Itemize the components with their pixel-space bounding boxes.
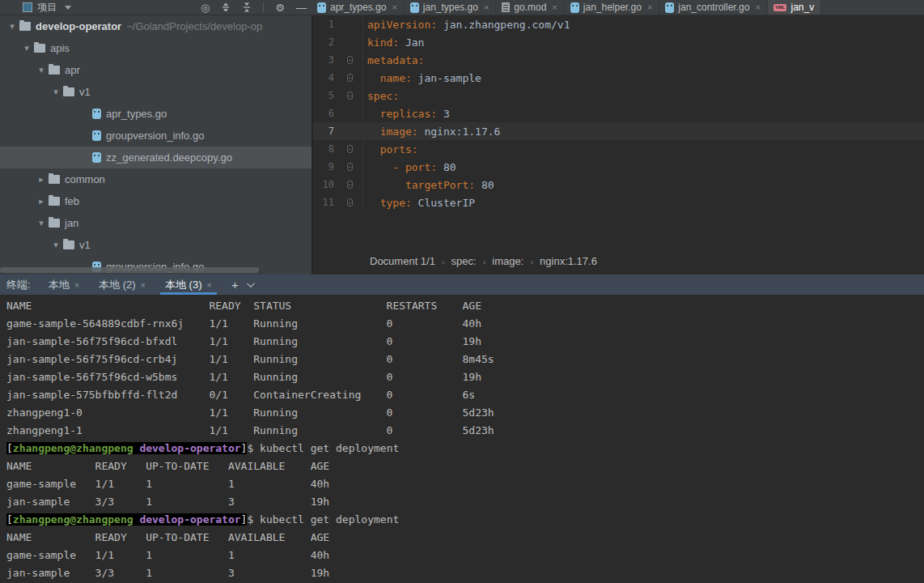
- fold-marker-icon[interactable]: [347, 91, 353, 100]
- breadcrumb-image[interactable]: image:: [492, 255, 523, 267]
- breadcrumb-separator-icon: ›: [442, 257, 445, 266]
- tree-item-apis[interactable]: ▾ apis: [0, 37, 312, 59]
- expand-all-icon[interactable]: [221, 2, 231, 12]
- fold-marker-icon[interactable]: [347, 56, 353, 64]
- project-tool-window-icon: [23, 2, 32, 12]
- terminal-line: game-sample-564889cdbf-rnx6j 1/1 Running…: [6, 315, 924, 333]
- tab-jan-yaml-active[interactable]: YML jan_v: [768, 0, 821, 15]
- folder-icon: [63, 240, 74, 249]
- go-file-icon: [317, 2, 326, 13]
- chevron-down-icon[interactable]: ▾: [19, 43, 34, 53]
- prompt-command: kubectl get deployment: [260, 442, 399, 454]
- tab-go-mod[interactable]: go.mod ×: [496, 0, 564, 15]
- code-line[interactable]: 10 targetPort: 80: [313, 176, 924, 194]
- terminal-prompt-line: [zhangpeng@zhangpeng develop-operator]$ …: [6, 511, 924, 529]
- fold-marker-icon[interactable]: [347, 181, 353, 189]
- folder-icon: [49, 219, 60, 228]
- close-icon[interactable]: ×: [392, 2, 396, 12]
- terminal-line: game-sample 1/1 1 1 40h: [6, 547, 924, 564]
- terminal-line: jan-sample-56f75f96cd-bfxdl 1/1 Running …: [6, 333, 924, 351]
- chevron-right-icon[interactable]: ▸: [34, 174, 49, 185]
- tree-item-jan-v1[interactable]: ▾ v1: [0, 234, 312, 256]
- close-icon[interactable]: ×: [552, 2, 557, 12]
- fold-marker-icon[interactable]: [347, 163, 353, 171]
- tree-item-common[interactable]: ▸ common: [0, 168, 312, 190]
- terminal-tab-local-2[interactable]: 本地 (2) ×: [94, 274, 150, 295]
- breadcrumb-spec[interactable]: spec:: [451, 255, 477, 267]
- goland-ide-window: 项目 ◎ ⚙ — apr_types.go ×: [0, 0, 924, 583]
- fold-marker-icon[interactable]: [347, 74, 353, 82]
- chevron-down-icon[interactable]: [247, 279, 255, 287]
- tab-jan-helper-go[interactable]: jan_helper.go ×: [565, 0, 660, 15]
- tree-item-jan[interactable]: ▾ jan: [0, 212, 312, 234]
- yaml-editor: 1 apiVersion: jan.zhangpeng.com/v1 2 kin…: [312, 15, 924, 248]
- code-line[interactable]: 1 apiVersion: jan.zhangpeng.com/v1: [313, 15, 924, 33]
- terminal-tab-local-3-active[interactable]: 本地 (3) ×: [160, 274, 217, 295]
- close-icon[interactable]: ×: [755, 2, 760, 12]
- project-tree: ▾ develop-operator ~/GolandProjects/deve…: [0, 15, 312, 274]
- breadcrumb-separator-icon: ›: [530, 257, 533, 266]
- terminal-line: jan-sample-56f75f96cd-w5bms 1/1 Running …: [6, 368, 924, 386]
- new-terminal-icon[interactable]: +: [231, 278, 239, 292]
- tree-item-groupversion-info-go[interactable]: groupversion_info.go: [0, 125, 312, 147]
- chevron-down-icon[interactable]: ▾: [49, 240, 63, 250]
- prompt-user: zhangpeng@zhangpeng: [13, 442, 134, 454]
- collapse-all-icon[interactable]: [242, 2, 252, 12]
- code-line[interactable]: 5 spec:: [313, 87, 924, 104]
- locate-file-icon[interactable]: ◎: [201, 2, 210, 13]
- terminal-prompt-line: [zhangpeng@zhangpeng develop-operator]$ …: [6, 440, 924, 457]
- code-line[interactable]: 8 ports:: [313, 140, 924, 158]
- code-line-current[interactable]: 7 image: nginx:1.17.6: [313, 122, 924, 140]
- tree-item-develop-operator[interactable]: ▾ develop-operator ~/GolandProjects/deve…: [0, 15, 312, 37]
- go-file-icon: [665, 2, 674, 13]
- prompt-directory: develop-operator: [139, 513, 240, 526]
- divider: [263, 2, 264, 12]
- code-line[interactable]: 11 type: ClusterIP: [313, 194, 924, 211]
- prompt-directory: develop-operator: [139, 442, 240, 454]
- fold-marker-icon[interactable]: [347, 198, 353, 206]
- yml-file-icon: YML: [774, 4, 787, 11]
- terminal-line: NAME READY UP-TO-DATE AVAILABLE AGE: [6, 529, 924, 547]
- terminal-line: game-sample 1/1 1 1 40h: [6, 475, 924, 493]
- go-file-icon: [92, 130, 101, 141]
- folder-icon: [34, 44, 45, 53]
- code-line[interactable]: 3 metadata:: [313, 51, 924, 69]
- editor-tab-bar: apr_types.go × jan_types.go × go.mod × j…: [312, 0, 924, 15]
- fold-marker-icon[interactable]: [347, 145, 353, 153]
- chevron-down-icon[interactable]: [65, 6, 71, 10]
- chevron-down-icon[interactable]: ▾: [49, 87, 63, 97]
- terminal-line: NAME READY STATUS RESTARTS AGE: [6, 297, 924, 315]
- terminal-output[interactable]: NAME READY STATUS RESTARTS AGE game-samp…: [0, 295, 924, 583]
- code-line[interactable]: 2 kind: Jan: [313, 33, 924, 51]
- terminal-line: jan-sample 3/3 1 3 19h: [6, 564, 924, 582]
- chevron-down-icon[interactable]: ▾: [34, 218, 49, 228]
- code-line[interactable]: 9 - port: 80: [313, 158, 924, 176]
- chevron-right-icon[interactable]: ▸: [34, 196, 49, 206]
- terminal-tab-local-1[interactable]: 本地 ×: [44, 274, 84, 295]
- close-icon[interactable]: ×: [141, 280, 146, 290]
- breadcrumb-value[interactable]: nginx:1.17.6: [540, 255, 597, 267]
- go-file-icon: [92, 109, 101, 119]
- gear-icon[interactable]: ⚙: [275, 2, 285, 13]
- code-line[interactable]: 4 name: jan-sample: [313, 69, 924, 87]
- tree-item-apr-v1[interactable]: ▾ v1: [0, 81, 312, 103]
- tree-item-zz-generated-deepcopy-go[interactable]: zz_generated.deepcopy.go: [0, 147, 312, 168]
- code-line[interactable]: 6 replicas: 3: [313, 104, 924, 122]
- breadcrumb-document[interactable]: Document 1/1: [370, 255, 435, 267]
- tree-item-apr[interactable]: ▾ apr: [0, 59, 312, 81]
- close-icon[interactable]: ×: [484, 2, 489, 12]
- project-panel-title: 项目: [37, 1, 57, 15]
- close-icon[interactable]: ×: [207, 280, 212, 290]
- chevron-down-icon[interactable]: ▾: [34, 65, 49, 75]
- tab-jan-types-go[interactable]: jan_types.go ×: [405, 0, 497, 15]
- tree-item-apr-types-go[interactable]: apr_types.go: [0, 103, 312, 125]
- hide-panel-icon[interactable]: —: [296, 2, 307, 13]
- close-icon[interactable]: ×: [74, 280, 79, 290]
- tab-jan-controller-go[interactable]: jan_controller.go ×: [659, 0, 768, 15]
- chevron-down-icon[interactable]: ▾: [5, 21, 19, 32]
- horizontal-scrollbar[interactable]: [0, 267, 259, 273]
- tab-apr-types-go[interactable]: apr_types.go ×: [312, 0, 405, 15]
- close-icon[interactable]: ×: [647, 2, 652, 12]
- terminal-line: jan-sample-575bfbbffd-flt2d 0/1 Containe…: [6, 386, 924, 404]
- tree-item-feb[interactable]: ▸ feb: [0, 190, 312, 212]
